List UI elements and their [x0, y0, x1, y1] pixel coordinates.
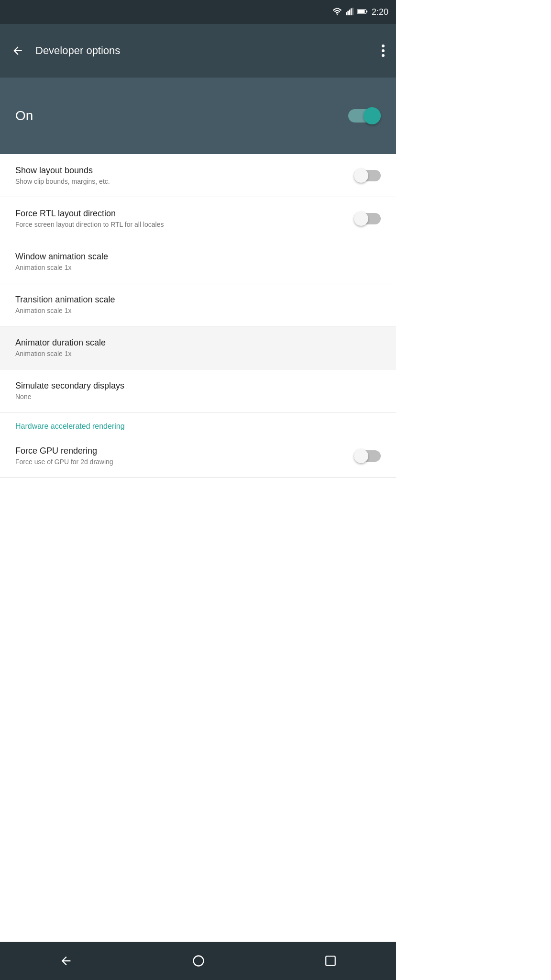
list-item[interactable]: Simulate secondary displays None: [0, 369, 396, 412]
item-subtitle: Animation scale 1x: [15, 350, 381, 357]
section-header-hardware: Hardware accelerated rendering: [0, 412, 396, 434]
toggle-thumb: [354, 212, 368, 226]
item-text: Force GPU rendering Force use of GPU for…: [15, 446, 354, 466]
item-text: Simulate secondary displays None: [15, 381, 381, 401]
toggle-thumb: [354, 168, 368, 183]
status-bar: 2:20: [0, 0, 396, 24]
list-item[interactable]: Show layout bounds Show clip bounds, mar…: [0, 154, 396, 197]
item-text: Force RTL layout direction Force screen …: [15, 209, 354, 228]
svg-rect-2: [347, 11, 349, 15]
item-text: Show layout bounds Show clip bounds, mar…: [15, 166, 354, 185]
svg-rect-4: [351, 8, 352, 15]
back-button[interactable]: [8, 41, 28, 61]
svg-point-10: [382, 49, 385, 52]
item-subtitle: Force screen layout direction to RTL for…: [15, 221, 354, 228]
item-title: Force GPU rendering: [15, 446, 354, 456]
toggle-thumb: [354, 449, 368, 463]
item-subtitle: None: [15, 393, 381, 401]
settings-list: Show layout bounds Show clip bounds, mar…: [0, 154, 396, 478]
svg-rect-8: [366, 11, 368, 12]
list-item[interactable]: Animator duration scale Animation scale …: [0, 326, 396, 369]
svg-point-0: [337, 14, 338, 15]
svg-rect-1: [346, 12, 347, 15]
more-menu-button[interactable]: [378, 41, 388, 61]
force-gpu-toggle[interactable]: [354, 449, 381, 463]
item-title: Show layout bounds: [15, 166, 354, 176]
wifi-icon: [332, 8, 342, 17]
svg-point-9: [382, 45, 385, 47]
developer-options-toggle[interactable]: [348, 107, 381, 124]
list-item[interactable]: Force GPU rendering Force use of GPU for…: [0, 434, 396, 478]
svg-rect-5: [352, 8, 353, 15]
item-text: Window animation scale Animation scale 1…: [15, 252, 381, 271]
app-bar: Developer options: [0, 24, 396, 78]
signal-icon: [346, 8, 353, 17]
force-rtl-toggle[interactable]: [354, 212, 381, 226]
list-item[interactable]: Force RTL layout direction Force screen …: [0, 197, 396, 240]
item-title: Force RTL layout direction: [15, 209, 354, 219]
item-subtitle: Animation scale 1x: [15, 307, 381, 314]
svg-rect-7: [358, 10, 364, 13]
status-time: 2:20: [372, 7, 388, 17]
item-title: Simulate secondary displays: [15, 381, 381, 391]
toggle-thumb: [364, 107, 381, 124]
item-title: Window animation scale: [15, 252, 381, 262]
on-off-row: On: [0, 78, 396, 154]
item-title: Animator duration scale: [15, 338, 381, 348]
svg-point-11: [382, 54, 385, 57]
list-item[interactable]: Transition animation scale Animation sca…: [0, 283, 396, 326]
list-item[interactable]: Window animation scale Animation scale 1…: [0, 240, 396, 283]
svg-rect-3: [349, 10, 351, 15]
item-subtitle: Show clip bounds, margins, etc.: [15, 178, 354, 185]
battery-icon: [357, 8, 368, 16]
item-text: Animator duration scale Animation scale …: [15, 338, 381, 357]
item-subtitle: Animation scale 1x: [15, 264, 381, 271]
item-title: Transition animation scale: [15, 295, 381, 305]
item-text: Transition animation scale Animation sca…: [15, 295, 381, 314]
show-layout-bounds-toggle[interactable]: [354, 168, 381, 183]
item-subtitle: Force use of GPU for 2d drawing: [15, 458, 354, 466]
on-label: On: [15, 108, 33, 123]
page-title: Developer options: [35, 45, 370, 57]
